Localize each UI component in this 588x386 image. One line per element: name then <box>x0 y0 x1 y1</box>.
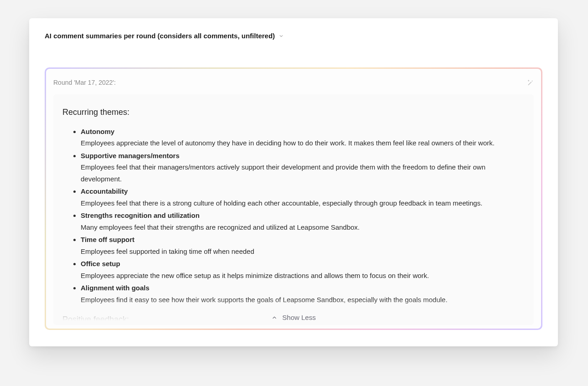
list-item: Accountability Employees feel that there… <box>81 185 525 209</box>
chevron-down-icon[interactable] <box>279 33 284 39</box>
summary-panel: Round 'Mar 17, 2022': Recurring themes: … <box>46 69 541 329</box>
list-item: Autonomy Employees appreciate the level … <box>81 126 525 149</box>
theme-desc: Employees find it easy to see how their … <box>81 294 525 306</box>
list-item: Alignment with goals Employees find it e… <box>81 282 525 305</box>
theme-title: Time off support <box>81 236 134 243</box>
round-header: Round 'Mar 17, 2022': <box>46 69 541 92</box>
gradient-frame: Round 'Mar 17, 2022': Recurring themes: … <box>45 67 542 330</box>
summary-card: AI comment summaries per round (consider… <box>29 18 558 346</box>
magic-wand-icon <box>526 79 534 86</box>
theme-title: Supportive managers/mentors <box>81 152 180 160</box>
list-item: Supportive managers/mentors Employees fe… <box>81 150 525 185</box>
theme-desc: Employees feel that there is a strong cu… <box>81 197 525 209</box>
summary-scroll-area: Recurring themes: Autonomy Employees app… <box>53 94 534 325</box>
theme-title: Accountability <box>81 187 128 195</box>
section-title: AI comment summaries per round (consider… <box>45 32 275 40</box>
list-item: Office setup Employees appreciate the ne… <box>81 258 525 281</box>
theme-desc: Many employees feel that their strengths… <box>81 221 525 233</box>
theme-desc: Employees appreciate the level of autono… <box>81 137 525 149</box>
summary-content: Recurring themes: Autonomy Employees app… <box>53 105 534 325</box>
list-item: Time off support Employees feel supporte… <box>81 234 525 257</box>
round-label: Round 'Mar 17, 2022': <box>53 79 116 86</box>
chevron-up-icon <box>271 314 278 321</box>
theme-title: Autonomy <box>81 128 114 135</box>
theme-title: Alignment with goals <box>81 284 150 292</box>
show-less-label: Show Less <box>282 314 315 321</box>
recurring-themes-heading: Recurring themes: <box>62 105 525 119</box>
theme-title: Office setup <box>81 260 120 268</box>
show-less-button[interactable]: Show Less <box>53 314 534 321</box>
theme-title: Strengths recognition and utilization <box>81 211 200 219</box>
theme-desc: Employees appreciate the new office setu… <box>81 270 525 282</box>
recurring-themes-list: Autonomy Employees appreciate the level … <box>62 126 525 306</box>
theme-desc: Employees feel supported in taking time … <box>81 246 525 257</box>
theme-desc: Employees feel that their managers/mento… <box>81 161 525 185</box>
section-title-row: AI comment summaries per round (consider… <box>29 18 558 40</box>
list-item: Strengths recognition and utilization Ma… <box>81 210 525 233</box>
